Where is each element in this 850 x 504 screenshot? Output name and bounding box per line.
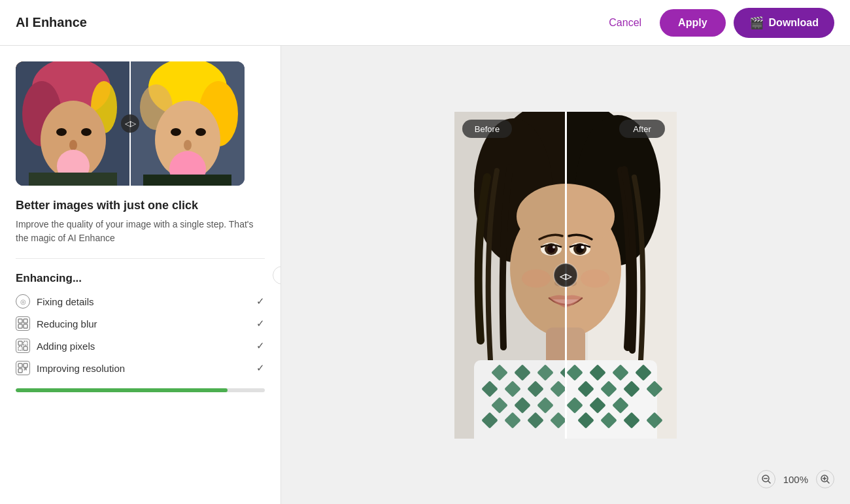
zoom-in-icon (821, 475, 830, 484)
enhance-item-improving-resolution: Improving resolution ✓ (16, 361, 265, 375)
zoom-level: 100% (783, 474, 808, 485)
svg-rect-23 (24, 324, 27, 328)
zoom-controls: 100% (757, 470, 834, 488)
svg-rect-27 (24, 346, 27, 350)
cancel-button[interactable]: Cancel (598, 12, 652, 34)
svg-rect-25 (24, 341, 27, 345)
svg-point-5 (56, 128, 67, 136)
svg-rect-28 (18, 363, 22, 367)
adding-pixels-check: ✓ (256, 340, 265, 352)
preview-thumbnail[interactable]: ◁▷ (16, 61, 245, 186)
svg-line-116 (768, 481, 770, 483)
page-title: AI Enhance (16, 15, 87, 30)
main-compare-container[interactable]: Before After ◁▷ (454, 112, 677, 439)
svg-point-85 (581, 245, 585, 248)
reducing-blur-label: Reducing blur (37, 318, 97, 329)
svg-point-17 (184, 140, 192, 150)
svg-point-15 (171, 128, 181, 136)
svg-text:Before: Before (475, 124, 500, 134)
preview-before-half (16, 61, 130, 186)
improving-resolution-label: Improving resolution (37, 363, 125, 374)
fixing-details-icon: ◎ (16, 294, 30, 309)
zoom-in-button[interactable] (816, 470, 834, 488)
download-button[interactable]: 🎬 Download (734, 8, 834, 38)
preview-handle-arrows: ◁▷ (125, 119, 135, 128)
svg-text:◁▷: ◁▷ (559, 272, 572, 281)
enhance-item-reducing-blur: Reducing blur ✓ (16, 316, 265, 331)
enhance-item-left-resolution: Improving resolution (16, 361, 125, 375)
svg-rect-30 (18, 369, 22, 373)
svg-rect-22 (18, 324, 22, 328)
portrait-image: Before After ◁▷ (454, 112, 677, 439)
svg-rect-26 (18, 346, 22, 350)
adding-pixels-icon (16, 339, 30, 353)
fixing-details-check: ✓ (256, 295, 265, 307)
enhancing-title: Enhancing... (16, 272, 265, 285)
svg-rect-21 (24, 319, 27, 323)
svg-point-90 (581, 269, 609, 288)
preview-slider-handle[interactable]: ◁▷ (121, 114, 139, 133)
header-actions: Cancel Apply 🎬 Download (598, 8, 834, 38)
svg-point-53 (522, 269, 551, 288)
main-layout: ◁▷ Better images with just one click Imp… (0, 46, 850, 504)
svg-rect-24 (18, 341, 22, 345)
svg-text:After: After (633, 124, 651, 134)
svg-rect-29 (24, 363, 27, 367)
enhance-item-fixing-details: ◎ Fixing details ✓ (16, 294, 265, 309)
svg-line-120 (827, 481, 829, 483)
header: AI Enhance Cancel Apply 🎬 Download (0, 0, 850, 46)
svg-rect-9 (29, 173, 117, 186)
right-area: Before After ◁▷ 100% (281, 46, 850, 504)
preview-title: Better images with just one click (16, 199, 265, 212)
section-divider (16, 258, 265, 259)
progress-bar-fill (16, 388, 228, 392)
download-icon: 🎬 (749, 16, 764, 30)
improving-resolution-icon (16, 361, 30, 375)
fixing-details-label: Fixing details (37, 296, 94, 307)
enhance-item-adding-pixels: Adding pixels ✓ (16, 339, 265, 353)
improving-resolution-check: ✓ (256, 362, 265, 374)
collapse-panel-button[interactable]: ‹ (273, 266, 281, 284)
svg-rect-19 (143, 175, 231, 186)
svg-point-16 (196, 128, 206, 136)
reducing-blur-icon (16, 316, 30, 331)
reducing-blur-check: ✓ (256, 318, 265, 329)
preview-after-half (130, 61, 245, 186)
enhance-item-left: ◎ Fixing details (16, 294, 94, 309)
enhance-item-left-pixels: Adding pixels (16, 339, 95, 353)
apply-button[interactable]: Apply (660, 9, 725, 37)
svg-rect-20 (18, 319, 22, 323)
svg-point-45 (552, 246, 555, 248)
zoom-out-icon (762, 475, 771, 484)
svg-point-6 (81, 128, 92, 136)
enhance-item-left-blur: Reducing blur (16, 316, 97, 331)
svg-point-7 (69, 140, 77, 150)
left-panel: ◁▷ Better images with just one click Imp… (0, 46, 281, 504)
adding-pixels-label: Adding pixels (37, 341, 95, 352)
progress-bar (16, 388, 265, 392)
zoom-out-button[interactable] (757, 470, 775, 488)
preview-desc: Improve the quality of your image with a… (16, 218, 265, 245)
